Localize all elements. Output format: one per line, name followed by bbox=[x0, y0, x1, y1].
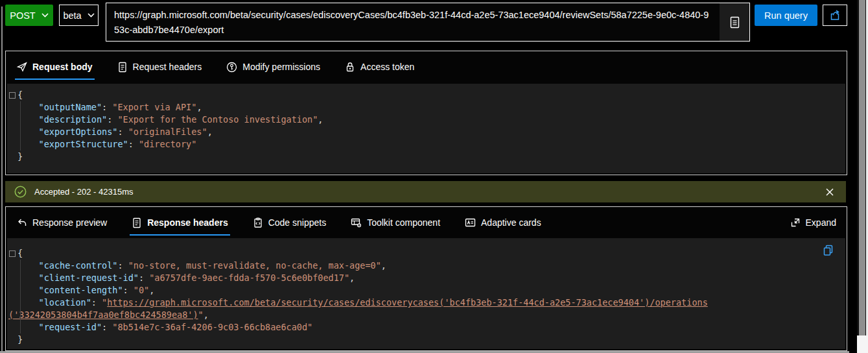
window-left-edge bbox=[1, 6, 3, 353]
code-line: "location": "https://graph.microsoft.com… bbox=[7, 297, 845, 309]
tab-request-headers[interactable]: Request headers bbox=[115, 51, 204, 82]
indent-guide bbox=[20, 101, 21, 151]
request-body-code: { "outputName": "Export via API", "descr… bbox=[7, 89, 845, 163]
http-method-dropdown[interactable]: POST bbox=[5, 5, 53, 26]
request-body-editor[interactable]: { "outputName": "Export via API", "descr… bbox=[7, 84, 845, 173]
document-icon bbox=[117, 62, 128, 73]
tab-code-snippets[interactable]: Code snippets bbox=[251, 207, 329, 238]
page-scrollbar-thumb[interactable] bbox=[859, 0, 865, 335]
request-panel: Request body Request headers Mod bbox=[5, 51, 847, 175]
status-banner-text: Accepted - 202 - 42315ms bbox=[34, 187, 133, 197]
graph-explorer-app: POST beta https://graph.microsoft.com/be… bbox=[0, 0, 868, 353]
lock-icon bbox=[345, 62, 355, 73]
code-line: "exportStructure": "directory" bbox=[7, 138, 845, 151]
code-line: "outputName": "Export via API", bbox=[7, 101, 845, 114]
copy-icon bbox=[823, 245, 834, 256]
response-headers-editor[interactable]: { "cache-control": "no-store, must-reval… bbox=[7, 238, 845, 349]
response-tabs: Response preview Response headers bbox=[6, 207, 847, 238]
editor-gutter-checkbox[interactable] bbox=[9, 250, 16, 257]
share-query-button[interactable] bbox=[823, 5, 847, 26]
code-snippets-icon bbox=[253, 217, 263, 228]
tab-toolkit-component[interactable]: Toolkit component bbox=[349, 207, 442, 238]
chevron-down-icon bbox=[41, 13, 49, 18]
code-line: } bbox=[7, 151, 845, 163]
tab-label: Request headers bbox=[133, 62, 202, 72]
chevron-down-icon bbox=[88, 13, 95, 18]
tab-label: Code snippets bbox=[268, 217, 327, 228]
request-url-value: https://graph.microsoft.com/beta/securit… bbox=[106, 3, 720, 41]
code-line: "exportOptions": "originalFiles", bbox=[7, 126, 845, 138]
reply-icon bbox=[17, 218, 27, 228]
tab-modify-permissions[interactable]: Modify permissions bbox=[224, 51, 322, 82]
response-panel: Response preview Response headers bbox=[5, 206, 847, 351]
code-line: { bbox=[7, 89, 845, 101]
expand-icon bbox=[790, 217, 801, 228]
expand-response-button[interactable]: Expand bbox=[790, 207, 836, 238]
run-query-label: Run query bbox=[764, 10, 808, 21]
copy-response-button[interactable] bbox=[823, 245, 834, 256]
close-icon bbox=[826, 188, 834, 196]
api-version-dropdown[interactable]: beta bbox=[59, 5, 99, 26]
sample-queries-button[interactable] bbox=[720, 3, 749, 41]
document-icon bbox=[729, 16, 740, 29]
code-line: "client-request-id": "a6757dfe-9aec-fdda… bbox=[7, 272, 845, 284]
tab-label: Response headers bbox=[147, 217, 228, 228]
tab-label: Adaptive cards bbox=[481, 217, 541, 228]
api-version-label: beta bbox=[63, 10, 81, 21]
tab-response-headers[interactable]: Response headers bbox=[130, 207, 230, 238]
share-icon bbox=[829, 10, 841, 21]
code-line: "description": "Export for the Contoso i… bbox=[7, 114, 845, 126]
code-line: } bbox=[7, 334, 845, 346]
tab-label: Modify permissions bbox=[242, 62, 320, 72]
editor-gutter-checkbox[interactable] bbox=[9, 92, 16, 99]
code-line: ('33242053804b4f7aa0ef8bc424589ea8')", bbox=[7, 309, 845, 321]
status-banner: Accepted - 202 - 42315ms bbox=[5, 181, 846, 202]
tab-label: Access token bbox=[360, 62, 414, 72]
indent-guide bbox=[20, 260, 21, 334]
http-method-label: POST bbox=[10, 10, 35, 21]
tab-adaptive-cards[interactable]: Adaptive cards bbox=[463, 207, 543, 238]
tab-label: Request body bbox=[32, 62, 93, 72]
run-query-button[interactable]: Run query bbox=[755, 5, 817, 26]
code-line: { bbox=[7, 247, 845, 260]
tab-request-body[interactable]: Request body bbox=[15, 51, 95, 82]
permissions-icon bbox=[226, 62, 237, 73]
request-tabs: Request body Request headers Mod bbox=[6, 51, 847, 82]
tab-label: Toolkit component bbox=[367, 217, 440, 228]
page-scrollbar-track-bottom bbox=[857, 335, 868, 353]
response-headers-code: { "cache-control": "no-store, must-reval… bbox=[7, 247, 845, 346]
code-line: "content-length": "0", bbox=[7, 284, 845, 297]
code-line: "request-id": "8b514e7c-36af-4206-9c03-6… bbox=[7, 321, 845, 334]
toolkit-icon bbox=[351, 217, 362, 228]
send-icon bbox=[17, 62, 27, 72]
expand-label: Expand bbox=[806, 217, 836, 228]
adaptive-cards-icon bbox=[465, 217, 476, 228]
tab-access-token[interactable]: Access token bbox=[343, 51, 416, 82]
tab-response-preview[interactable]: Response preview bbox=[15, 207, 109, 238]
check-circle-icon bbox=[14, 186, 27, 198]
request-url-input[interactable]: https://graph.microsoft.com/beta/securit… bbox=[106, 3, 750, 42]
code-line: "cache-control": "no-store, must-revalid… bbox=[7, 260, 845, 272]
tab-label: Response preview bbox=[32, 217, 107, 228]
banner-close-button[interactable] bbox=[820, 181, 839, 202]
document-icon bbox=[132, 217, 142, 228]
